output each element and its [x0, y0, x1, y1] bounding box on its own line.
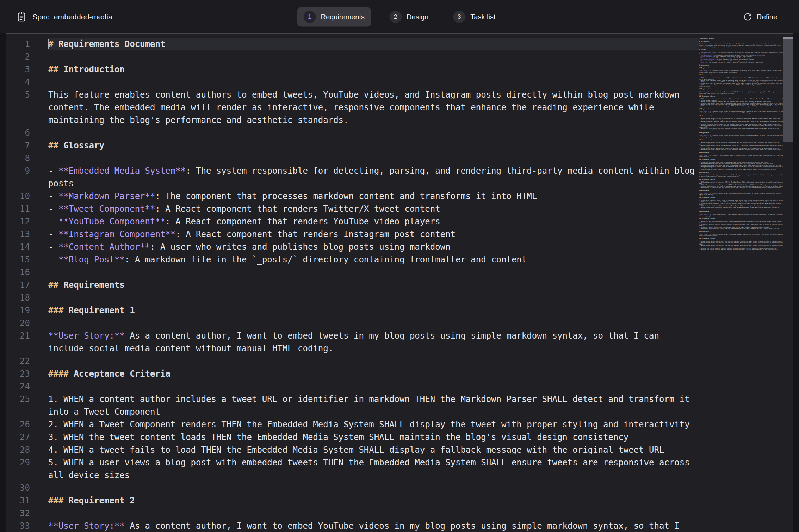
line-number: 24: [6, 380, 30, 393]
code-line[interactable]: 8: [6, 152, 697, 165]
code-line[interactable]: 2: [6, 50, 697, 63]
line-text: ## Requirements: [48, 279, 695, 291]
code-line[interactable]: 12- **YouTube Component**: A React compo…: [6, 215, 697, 228]
code-line[interactable]: 30: [6, 482, 697, 494]
line-number: 2: [6, 50, 30, 63]
refine-label: Refine: [757, 13, 777, 21]
spec-document-icon: [16, 11, 27, 23]
code-line[interactable]: 32: [6, 507, 697, 520]
line-number: 22: [6, 355, 30, 367]
code-line[interactable]: 24: [6, 380, 697, 393]
line-text: [48, 266, 695, 279]
line-text: [48, 355, 695, 367]
tab-task-list-label: Task list: [470, 13, 495, 21]
code-line[interactable]: 31### Requirement 2: [6, 494, 697, 507]
line-text: [48, 317, 695, 329]
code-line[interactable]: 5This feature enables content authors to…: [6, 88, 697, 126]
line-text: 3. WHEN the tweet content loads THEN the…: [48, 431, 695, 444]
line-text: This feature enables content authors to …: [48, 88, 695, 126]
line-text: - **Blog Post**: A markdown file in the …: [48, 253, 695, 266]
code-line[interactable]: 295. WHEN a user views a blog post with …: [6, 456, 697, 482]
code-line[interactable]: 4: [6, 76, 697, 88]
code-line[interactable]: 13- **Instagram Component**: A React com…: [6, 228, 697, 241]
line-text: # Requirements Document: [48, 38, 695, 50]
line-number: 5: [6, 88, 30, 101]
line-text: [48, 482, 695, 494]
code-line[interactable]: 33**User Story:** As a content author, I…: [6, 520, 697, 532]
topbar: Spec: embedded-media 1 Requirements 2 De…: [0, 0, 799, 33]
code-line[interactable]: 18: [6, 291, 697, 304]
line-number: 29: [6, 456, 30, 469]
code-line[interactable]: 15- **Blog Post**: A markdown file in th…: [6, 253, 697, 266]
line-number: 4: [6, 76, 30, 88]
code-line[interactable]: 251. WHEN a content author includes a tw…: [6, 393, 697, 418]
code-line[interactable]: 284. WHEN a tweet fails to load THEN the…: [6, 444, 697, 456]
line-number: 28: [6, 444, 30, 456]
line-number: 17: [6, 279, 30, 291]
code-line[interactable]: 6: [6, 126, 697, 139]
code-line[interactable]: 7## Glossary: [6, 139, 697, 152]
tab-design-label: Design: [407, 13, 428, 21]
code-line[interactable]: 14- **Content Author**: A user who write…: [6, 241, 697, 253]
code-line[interactable]: 22: [6, 355, 697, 367]
code-line[interactable]: 3## Introduction: [6, 63, 697, 76]
line-number: 18: [6, 291, 30, 304]
code-line[interactable]: 10- **Markdown Parser**: The component t…: [6, 190, 697, 203]
line-number: 8: [6, 152, 30, 165]
line-text: 2. WHEN a Tweet Component renders THEN t…: [48, 418, 695, 431]
tab-requirements-label: Requirements: [321, 13, 365, 21]
scrollbar-thumb[interactable]: [783, 39, 793, 142]
code-line[interactable]: 273. WHEN the tweet content loads THEN t…: [6, 431, 697, 444]
line-text: 4. WHEN a tweet fails to load THEN the E…: [48, 444, 695, 456]
line-text: [48, 76, 695, 88]
code-line[interactable]: 262. WHEN a Tweet Component renders THEN…: [6, 418, 697, 431]
line-text: **User Story:** As a content author, I w…: [48, 329, 695, 355]
line-text: - **Instagram Component**: A React compo…: [48, 228, 695, 241]
line-text: ### Requirement 2: [48, 494, 695, 507]
line-number: 31: [6, 494, 30, 507]
line-number: 7: [6, 139, 30, 152]
tab-task-list[interactable]: 3 Task list: [447, 7, 502, 26]
line-text: [48, 507, 695, 520]
code-line[interactable]: 11- **Tweet Component**: A React compone…: [6, 203, 697, 215]
line-text: 1. WHEN a content author includes a twee…: [48, 393, 695, 418]
line-text: 5. WHEN a user views a blog post with em…: [48, 456, 695, 482]
line-number: 20: [6, 317, 30, 329]
code-line[interactable]: 23#### Acceptance Criteria: [6, 367, 697, 380]
code-line[interactable]: 21**User Story:** As a content author, I…: [6, 329, 697, 355]
tab-task-list-number: 3: [453, 11, 465, 23]
tab-requirements-number: 1: [304, 11, 316, 23]
tab-design[interactable]: 2 Design: [383, 7, 435, 26]
vertical-scrollbar[interactable]: [783, 34, 793, 532]
code-line[interactable]: 20: [6, 317, 697, 329]
spec-step-tabs: 1 Requirements 2 Design 3 Task list: [297, 7, 502, 26]
line-number: 25: [6, 393, 30, 406]
minimap-content: # Requirements Document## IntroductionTh…: [699, 38, 783, 250]
tab-design-number: 2: [389, 11, 402, 23]
spec-title-group: Spec: embedded-media: [16, 11, 112, 23]
spec-title: Spec: embedded-media: [32, 13, 112, 21]
line-number: 12: [6, 215, 30, 228]
line-text: ## Introduction: [48, 63, 695, 76]
refresh-icon: [743, 12, 752, 21]
line-text: **User Story:** As a content author, I w…: [48, 520, 695, 532]
line-number: 14: [6, 241, 30, 253]
tab-requirements[interactable]: 1 Requirements: [297, 7, 371, 26]
code-line[interactable]: 1# Requirements Document: [6, 38, 697, 50]
code-line[interactable]: 19### Requirement 1: [6, 304, 697, 317]
line-number: 26: [6, 418, 30, 431]
code-area[interactable]: 1# Requirements Document23## Introductio…: [6, 38, 697, 532]
line-text: [48, 291, 695, 304]
refine-button[interactable]: Refine: [743, 12, 777, 21]
line-text: - **Content Author**: A user who writes …: [48, 241, 695, 253]
line-number: 33: [6, 520, 30, 532]
minimap[interactable]: # Requirements Document## IntroductionTh…: [699, 38, 783, 532]
line-text: #### Acceptance Criteria: [48, 367, 695, 380]
line-text: [48, 126, 695, 139]
line-text: - **Markdown Parser**: The component tha…: [48, 190, 695, 203]
markdown-editor[interactable]: 1# Requirements Document23## Introductio…: [6, 33, 793, 532]
code-line[interactable]: 9- **Embedded Media System**: The system…: [6, 165, 697, 190]
code-line[interactable]: 16: [6, 266, 697, 279]
overview-ruler-cursor-marker: [783, 37, 793, 39]
code-line[interactable]: 17## Requirements: [6, 279, 697, 291]
